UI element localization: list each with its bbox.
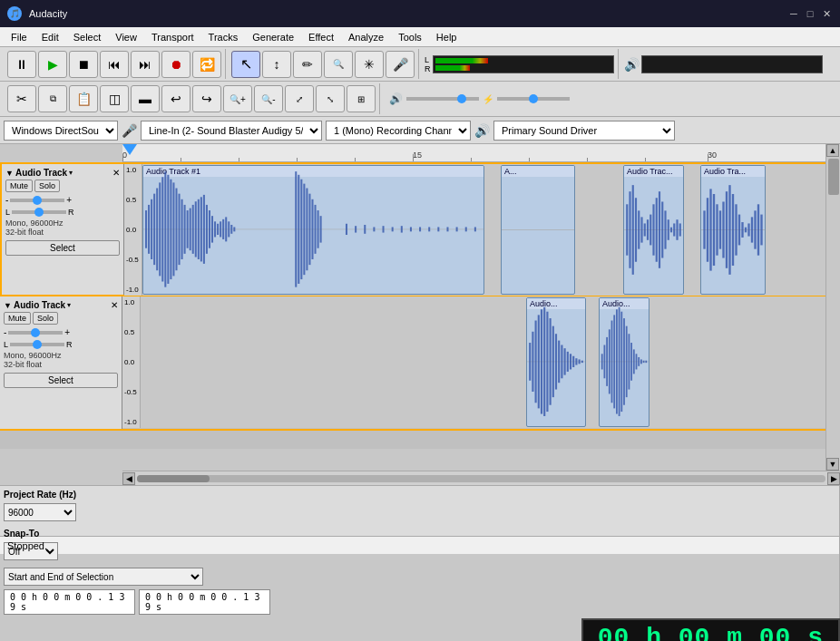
track2-solo-button[interactable]: Solo: [33, 312, 58, 325]
track1-mute-button[interactable]: Mute: [5, 180, 33, 192]
trim-button[interactable]: ◫: [100, 85, 129, 112]
track1-clip1[interactable]: Audio Track #1: [142, 165, 484, 295]
time-end-display[interactable]: 0 0 h 0 0 m 0 0 . 1 3 9 s: [139, 589, 270, 615]
silence-button[interactable]: ▬: [131, 85, 160, 112]
hscroll-thumb[interactable]: [137, 475, 210, 482]
hscrollbar[interactable]: ◀ ▶: [122, 471, 840, 485]
host-select[interactable]: Windows DirectSou: [4, 121, 118, 141]
hscroll-right-button[interactable]: ▶: [827, 472, 840, 485]
close-button[interactable]: ✕: [820, 7, 833, 20]
track2-waveform[interactable]: 1.0 0.5 0.0 -0.5 -1.0 Audio...: [122, 296, 840, 428]
vscrollbar[interactable]: ▲ ▼: [825, 144, 840, 471]
svg-rect-41: [315, 205, 317, 254]
menu-item-transport[interactable]: Transport: [144, 30, 201, 44]
menu-item-file[interactable]: File: [4, 30, 34, 44]
track1-clip4[interactable]: Audio Tra...: [700, 165, 766, 295]
svg-rect-18: [192, 205, 194, 254]
vscroll-up-button[interactable]: ▲: [826, 144, 839, 157]
menu-item-help[interactable]: Help: [429, 30, 464, 44]
hscroll-track[interactable]: [137, 475, 825, 482]
zoom-fit-project-button[interactable]: ⤡: [316, 85, 345, 112]
svg-rect-14: [181, 199, 183, 259]
menu-item-edit[interactable]: Edit: [34, 30, 66, 44]
zoom-tool-button[interactable]: 🔍: [324, 51, 353, 78]
menu-item-view[interactable]: View: [108, 30, 144, 44]
project-rate-select[interactable]: 96000: [4, 503, 76, 521]
tracks-scroll[interactable]: ▼ Audio Track ▾ ✕ Mute Solo - + L: [0, 162, 840, 471]
track2-dropdown[interactable]: ▾: [67, 301, 71, 309]
track1-clip2[interactable]: A...: [501, 165, 575, 295]
titlebar-left: 🎵 Audacity: [7, 6, 67, 21]
redo-button[interactable]: ↪: [192, 85, 221, 112]
input-device-select[interactable]: Line-In (2- Sound Blaster Audigy 5/Rx): [141, 121, 322, 141]
multi-tool-button[interactable]: ✳: [355, 51, 384, 78]
draw-tool-button[interactable]: ✏: [293, 51, 322, 78]
envelope-tool-button[interactable]: ↕: [262, 51, 291, 78]
menu-item-analyze[interactable]: Analyze: [341, 30, 391, 44]
channels-select[interactable]: 1 (Mono) Recording Chann...: [326, 121, 471, 141]
menu-item-tracks[interactable]: Tracks: [201, 30, 246, 44]
track2-collapse-icon[interactable]: ▼: [4, 301, 12, 310]
menu-item-generate[interactable]: Generate: [245, 30, 301, 44]
track2-gain-slider[interactable]: [8, 331, 63, 335]
svg-rect-5: [156, 189, 158, 271]
minimize-button[interactable]: ─: [787, 7, 800, 20]
paste-button[interactable]: 📋: [69, 85, 98, 112]
maximize-button[interactable]: □: [804, 7, 816, 20]
zoom-in-button[interactable]: 🔍+: [223, 85, 252, 112]
track1-pan-l: L: [5, 208, 10, 217]
time-start-display[interactable]: 0 0 h 0 0 m 0 0 . 1 3 9 s: [4, 589, 135, 615]
track1-gain-slider[interactable]: [10, 199, 64, 202]
selection-tool-button[interactable]: ↖: [231, 51, 260, 78]
menu-item-select[interactable]: Select: [66, 30, 109, 44]
track1-dropdown[interactable]: ▾: [69, 169, 73, 177]
skip-start-button[interactable]: ⏮: [100, 51, 129, 78]
track1: ▼ Audio Track ▾ ✕ Mute Solo - + L: [0, 162, 840, 296]
speed-slider[interactable]: [497, 97, 570, 101]
zoom-toggle-button[interactable]: ⊞: [347, 85, 376, 112]
track2-mute-button[interactable]: Mute: [4, 312, 31, 325]
vscroll-thumb[interactable]: [828, 159, 839, 195]
loop-button[interactable]: 🔁: [192, 51, 221, 78]
hscroll-left-button[interactable]: ◀: [122, 472, 135, 485]
track1-info-bits: 32-bit float: [5, 228, 120, 237]
playhead-marker[interactable]: [122, 144, 137, 155]
svg-rect-89: [728, 185, 730, 275]
output-device-select[interactable]: Primary Sound Driver: [493, 121, 675, 141]
zoom-fit-button[interactable]: ⤢: [285, 85, 314, 112]
play-button[interactable]: ▶: [38, 51, 67, 78]
copy-button[interactable]: ⧉: [38, 85, 67, 112]
track2-clip1[interactable]: Audio...: [526, 297, 586, 427]
svg-rect-133: [630, 343, 632, 381]
record-button[interactable]: ⏺: [161, 51, 190, 78]
menu-item-effect[interactable]: Effect: [301, 30, 341, 44]
track2-select-button[interactable]: Select: [4, 373, 118, 388]
track1-select-button[interactable]: Select: [5, 240, 120, 256]
track1-clip3[interactable]: Audio Trac...: [623, 165, 684, 295]
vscroll-track[interactable]: [826, 157, 840, 458]
mic-button[interactable]: 🎤: [386, 51, 415, 78]
svg-rect-32: [230, 225, 232, 234]
menu-item-tools[interactable]: Tools: [391, 30, 429, 44]
track1-close-button[interactable]: ✕: [112, 168, 120, 178]
svg-rect-6: [159, 182, 161, 276]
scale-1.0: 1.0: [126, 166, 140, 174]
skip-end-button[interactable]: ⏭: [131, 51, 160, 78]
selection-format-select[interactable]: Start and End of Selection: [4, 568, 203, 586]
pause-button[interactable]: ⏸: [7, 51, 36, 78]
timeline-ruler[interactable]: 0 15 30: [122, 144, 840, 162]
track1-pan-slider[interactable]: [12, 210, 66, 214]
track1-solo-button[interactable]: Solo: [34, 180, 60, 192]
output-volume-slider[interactable]: [406, 97, 479, 101]
track1-collapse-icon[interactable]: ▼: [5, 169, 14, 178]
track2-pan-slider[interactable]: [10, 343, 64, 346]
track2-clip2[interactable]: Audio...: [599, 297, 650, 427]
track2-close-button[interactable]: ✕: [111, 300, 118, 310]
undo-button[interactable]: ↩: [161, 85, 190, 112]
track1-waveform[interactable]: 1.0 0.5 0.0 -0.5 -1.0 Audio Track #1: [124, 164, 838, 296]
vscroll-down-button[interactable]: ▼: [826, 458, 839, 471]
stop-button[interactable]: ⏹: [69, 51, 98, 78]
cut-button[interactable]: ✂: [7, 85, 36, 112]
svg-rect-54: [437, 227, 439, 231]
zoom-out-button[interactable]: 🔍-: [254, 85, 283, 112]
